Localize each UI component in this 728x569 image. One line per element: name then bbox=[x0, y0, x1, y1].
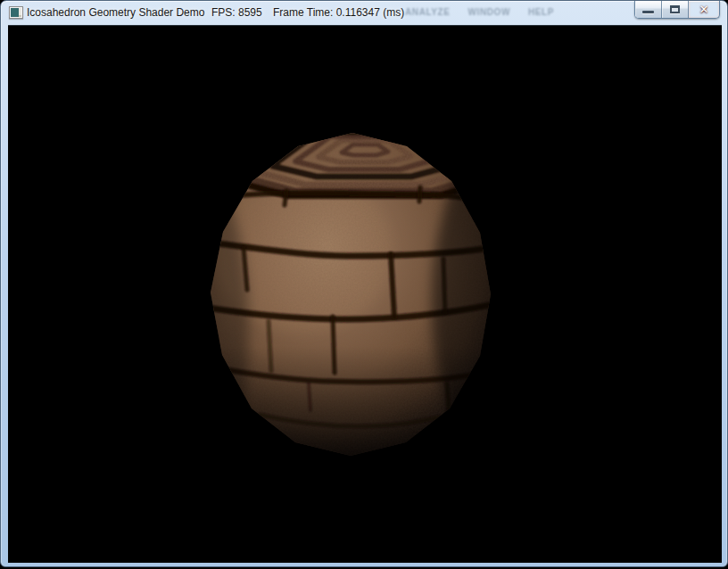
fps-counter: FPS: 8595 bbox=[211, 6, 262, 20]
window-title: Icosahedron Geometry Shader Demo bbox=[27, 6, 204, 20]
minimize-button[interactable] bbox=[635, 1, 662, 18]
background-menu-item: ANALYZE bbox=[405, 7, 451, 17]
frame-time-counter: Frame Time: 0.116347 (ms) bbox=[273, 6, 404, 20]
app-window: Icosahedron Geometry Shader Demo FPS: 85… bbox=[0, 0, 728, 567]
close-icon: ✕ bbox=[699, 1, 709, 18]
maximize-icon bbox=[670, 5, 680, 13]
background-menu-item: HELP bbox=[528, 7, 554, 17]
window-controls: ✕ bbox=[634, 1, 720, 19]
app-icon[interactable] bbox=[9, 6, 23, 19]
close-button[interactable]: ✕ bbox=[689, 1, 719, 18]
minimize-icon bbox=[642, 11, 654, 13]
background-window-menu: ANALYZE WINDOW HELP bbox=[405, 7, 583, 17]
titlebar[interactable]: Icosahedron Geometry Shader Demo FPS: 85… bbox=[1, 1, 727, 25]
app-icon-pane bbox=[11, 8, 19, 17]
render-viewport[interactable] bbox=[8, 25, 722, 563]
maximize-button[interactable] bbox=[662, 1, 689, 18]
sphere-3d-object bbox=[8, 25, 722, 563]
background-menu-item: WINDOW bbox=[468, 7, 510, 17]
app-icon-dot bbox=[19, 15, 21, 17]
